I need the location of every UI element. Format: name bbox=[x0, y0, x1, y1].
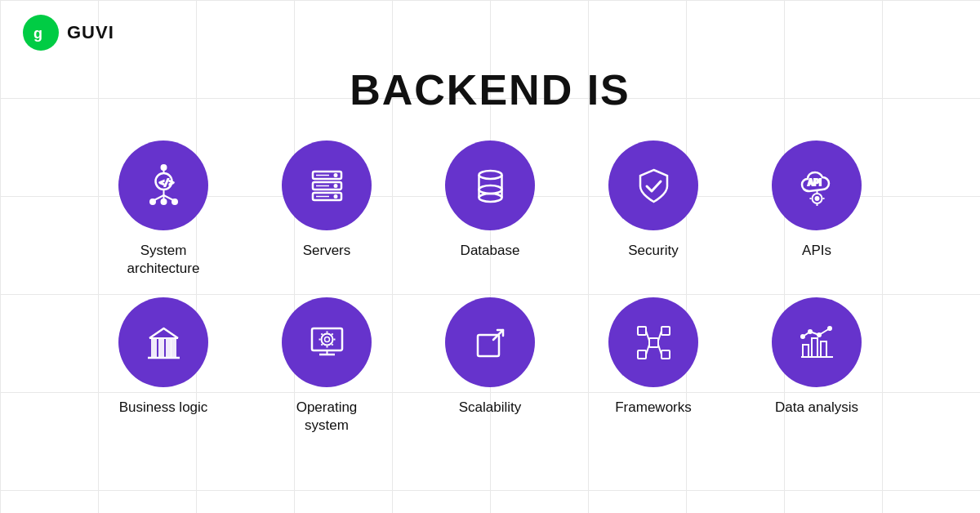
svg-rect-60 bbox=[662, 350, 670, 359]
svg-text:API: API bbox=[808, 178, 822, 187]
item-apis: API APIs bbox=[735, 131, 898, 288]
svg-rect-40 bbox=[172, 340, 176, 358]
svg-point-24 bbox=[479, 185, 501, 194]
svg-rect-66 bbox=[812, 338, 817, 357]
svg-rect-37 bbox=[152, 340, 156, 358]
svg-text:g: g bbox=[33, 25, 42, 42]
svg-line-50 bbox=[321, 333, 322, 334]
operating-system-icon bbox=[282, 297, 372, 387]
page-title: BACKEND IS bbox=[0, 65, 980, 114]
svg-rect-39 bbox=[167, 340, 171, 358]
frameworks-label: Frameworks bbox=[615, 399, 692, 417]
svg-rect-58 bbox=[662, 327, 670, 335]
items-container: </> Systemarchitecture bbox=[0, 131, 980, 444]
logo-text: GUVI bbox=[67, 22, 114, 43]
scalability-icon bbox=[445, 297, 535, 387]
svg-point-27 bbox=[479, 194, 501, 202]
system-architecture-label: Systemarchitecture bbox=[127, 242, 200, 278]
security-icon bbox=[608, 141, 698, 230]
title-section: BACKEND IS bbox=[0, 65, 980, 114]
svg-line-63 bbox=[646, 345, 649, 355]
svg-point-68 bbox=[801, 335, 804, 338]
svg-point-15 bbox=[334, 174, 336, 176]
svg-point-8 bbox=[161, 199, 166, 204]
apis-icon: API bbox=[772, 141, 862, 230]
apis-label: APIs bbox=[802, 242, 831, 260]
svg-point-7 bbox=[150, 199, 155, 204]
item-operating-system: Operatingsystem bbox=[245, 288, 408, 444]
item-servers: Servers bbox=[245, 131, 408, 288]
data-analysis-label: Data analysis bbox=[775, 399, 858, 417]
item-frameworks: Frameworks bbox=[572, 288, 735, 444]
svg-point-44 bbox=[321, 333, 332, 345]
svg-text:</>: </> bbox=[159, 178, 174, 187]
svg-rect-57 bbox=[638, 327, 646, 335]
business-logic-label: Business logic bbox=[119, 399, 208, 417]
logo-icon: g bbox=[23, 15, 59, 51]
business-logic-icon bbox=[118, 297, 208, 387]
frameworks-icon bbox=[608, 297, 698, 387]
svg-point-70 bbox=[817, 333, 821, 337]
item-security: Security bbox=[572, 131, 735, 288]
row-2: Business logic bbox=[49, 288, 931, 444]
servers-label: Servers bbox=[303, 242, 351, 260]
svg-rect-56 bbox=[649, 338, 658, 347]
database-icon bbox=[445, 141, 535, 230]
svg-line-64 bbox=[658, 345, 662, 355]
svg-rect-65 bbox=[803, 345, 808, 357]
svg-line-52 bbox=[332, 333, 332, 334]
svg-point-17 bbox=[334, 195, 336, 198]
item-system-architecture: </> Systemarchitecture bbox=[82, 131, 245, 288]
svg-line-51 bbox=[332, 344, 332, 345]
header: g GUVI bbox=[0, 0, 980, 65]
row-1: </> Systemarchitecture bbox=[49, 131, 931, 288]
svg-line-62 bbox=[658, 331, 662, 341]
svg-point-21 bbox=[479, 171, 501, 179]
system-architecture-icon: </> bbox=[118, 141, 208, 230]
database-label: Database bbox=[461, 242, 520, 260]
item-scalability: Scalability bbox=[408, 288, 572, 444]
svg-rect-38 bbox=[159, 340, 163, 358]
servers-icon bbox=[282, 141, 372, 230]
svg-point-11 bbox=[161, 165, 166, 170]
item-business-logic: Business logic bbox=[82, 288, 245, 444]
svg-point-29 bbox=[815, 197, 818, 200]
svg-line-61 bbox=[646, 331, 649, 341]
svg-point-45 bbox=[324, 337, 329, 341]
scalability-label: Scalability bbox=[459, 399, 522, 417]
svg-point-9 bbox=[172, 199, 177, 204]
svg-point-16 bbox=[334, 185, 336, 187]
svg-point-69 bbox=[808, 330, 812, 333]
svg-rect-67 bbox=[821, 341, 826, 357]
item-data-analysis: Data analysis bbox=[735, 288, 898, 444]
svg-line-53 bbox=[321, 344, 322, 345]
svg-rect-59 bbox=[638, 350, 646, 359]
svg-point-71 bbox=[828, 327, 831, 330]
operating-system-label: Operatingsystem bbox=[296, 399, 358, 435]
security-label: Security bbox=[628, 242, 678, 260]
item-database: Database bbox=[408, 131, 572, 288]
data-analysis-icon bbox=[772, 297, 862, 387]
